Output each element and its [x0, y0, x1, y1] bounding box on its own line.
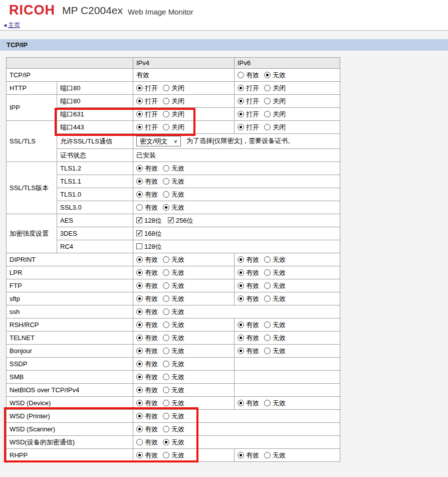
row-label: sftp [7, 292, 133, 305]
radio-enabled[interactable] [136, 400, 143, 406]
smb-ipv6-empty-cell [235, 371, 340, 384]
row-sftp: sftp 有效无效 有效无效 [7, 292, 340, 305]
row-label: ssh [7, 305, 133, 319]
radio-enabled[interactable] [136, 191, 143, 198]
radio-disabled[interactable] [264, 269, 271, 276]
radio-disabled[interactable] [163, 400, 169, 406]
row-label: TELNET [7, 332, 133, 345]
radio-enabled[interactable] [136, 178, 143, 185]
radio-enabled[interactable] [136, 361, 143, 367]
radio-open[interactable] [238, 111, 244, 117]
radio-enabled[interactable] [136, 308, 143, 315]
radio-disabled[interactable] [163, 191, 169, 198]
radio-enabled[interactable] [136, 295, 143, 302]
radio-closed[interactable] [163, 85, 169, 91]
radio-open[interactable] [136, 124, 143, 130]
radio-disabled[interactable] [264, 72, 271, 78]
radio-enabled[interactable] [238, 256, 244, 263]
row-http-port80: HTTP 端口80 打开关闭 打开关闭 [7, 82, 340, 95]
radio-open[interactable] [238, 98, 244, 104]
radio-enabled[interactable] [136, 256, 143, 263]
radio-disabled[interactable] [163, 282, 169, 289]
radio-closed[interactable] [264, 111, 271, 117]
radio-enabled[interactable] [136, 426, 143, 432]
radio-enabled[interactable] [136, 335, 143, 341]
row-wsd-printer: WSD (Printer) 有效无效 [7, 410, 340, 423]
radio-disabled[interactable] [264, 452, 271, 458]
radio-disabled[interactable] [163, 374, 169, 380]
radio-closed[interactable] [264, 124, 271, 130]
radio-disabled[interactable] [264, 295, 271, 302]
home-link[interactable]: 主页 [8, 21, 20, 30]
radio-enabled[interactable] [238, 348, 244, 354]
radio-disabled[interactable] [264, 256, 271, 263]
tls11-cell: 有效无效 [133, 175, 340, 188]
radio-disabled[interactable] [163, 413, 169, 419]
radio-enabled[interactable] [238, 72, 244, 78]
radio-disabled[interactable] [163, 348, 169, 354]
radio-disabled[interactable] [264, 400, 271, 406]
radio-disabled[interactable] [163, 439, 169, 445]
checkbox-256bit[interactable] [168, 217, 174, 223]
row-sub-label: 端口80 [57, 95, 133, 108]
radio-enabled[interactable] [238, 269, 244, 276]
radio-enabled[interactable] [136, 282, 143, 289]
radio-closed[interactable] [163, 111, 169, 117]
radio-open[interactable] [136, 85, 143, 91]
radio-disabled[interactable] [163, 204, 169, 211]
radio-disabled[interactable] [163, 295, 169, 302]
radio-open[interactable] [136, 98, 143, 104]
row-sub-label: RC4 [57, 240, 133, 253]
radio-enabled[interactable] [136, 413, 143, 419]
radio-enabled[interactable] [136, 439, 143, 445]
radio-disabled[interactable] [163, 452, 169, 458]
radio-enabled[interactable] [136, 452, 143, 458]
radio-disabled[interactable] [264, 322, 271, 328]
ssl-communication-select[interactable]: 密文/明文∨ [136, 136, 181, 146]
radio-disabled[interactable] [163, 269, 169, 276]
checkbox-168bit[interactable] [136, 230, 142, 236]
radio-closed[interactable] [163, 124, 169, 130]
radio-disabled[interactable] [163, 387, 169, 393]
radio-enabled[interactable] [136, 387, 143, 393]
row-sub-label: SSL3.0 [57, 201, 133, 214]
radio-disabled[interactable] [163, 426, 169, 432]
radio-enabled[interactable] [238, 322, 244, 328]
radio-enabled[interactable] [238, 452, 244, 458]
smb-ipv4-cell: 有效无效 [133, 371, 235, 384]
radio-enabled[interactable] [136, 348, 143, 354]
radio-enabled[interactable] [238, 400, 244, 406]
radio-disabled[interactable] [163, 178, 169, 185]
row-wsd-scanner: WSD (Scanner) 有效无效 [7, 423, 340, 436]
radio-enabled[interactable] [136, 204, 143, 211]
radio-disabled[interactable] [163, 308, 169, 315]
row-label: FTP [7, 279, 133, 292]
radio-closed[interactable] [264, 98, 271, 104]
radio-open[interactable] [238, 85, 244, 91]
radio-disabled[interactable] [163, 322, 169, 328]
radio-enabled[interactable] [136, 322, 143, 328]
radio-disabled[interactable] [163, 335, 169, 341]
bonjour-ipv6-cell: 有效无效 [235, 345, 340, 358]
radio-open[interactable] [238, 124, 244, 130]
radio-disabled[interactable] [264, 335, 271, 341]
radio-enabled[interactable] [238, 295, 244, 302]
radio-enabled[interactable] [136, 269, 143, 276]
radio-closed[interactable] [163, 98, 169, 104]
checkbox-128bit[interactable] [136, 217, 142, 223]
radio-disabled[interactable] [264, 282, 271, 289]
radio-enabled[interactable] [238, 335, 244, 341]
radio-disabled[interactable] [264, 348, 271, 354]
radio-disabled[interactable] [163, 361, 169, 367]
rshrcp-ipv6-cell: 有效无效 [235, 319, 340, 332]
radio-enabled[interactable] [136, 374, 143, 380]
radio-disabled[interactable] [163, 256, 169, 263]
wsd-scanner-cell: 有效无效 [133, 423, 340, 436]
radio-enabled[interactable] [136, 165, 143, 172]
sftp-ipv6-cell: 有效无效 [235, 292, 340, 305]
radio-disabled[interactable] [163, 165, 169, 172]
radio-enabled[interactable] [238, 282, 244, 289]
radio-open[interactable] [136, 111, 143, 117]
checkbox-128bit[interactable] [136, 243, 142, 249]
radio-closed[interactable] [264, 85, 271, 91]
